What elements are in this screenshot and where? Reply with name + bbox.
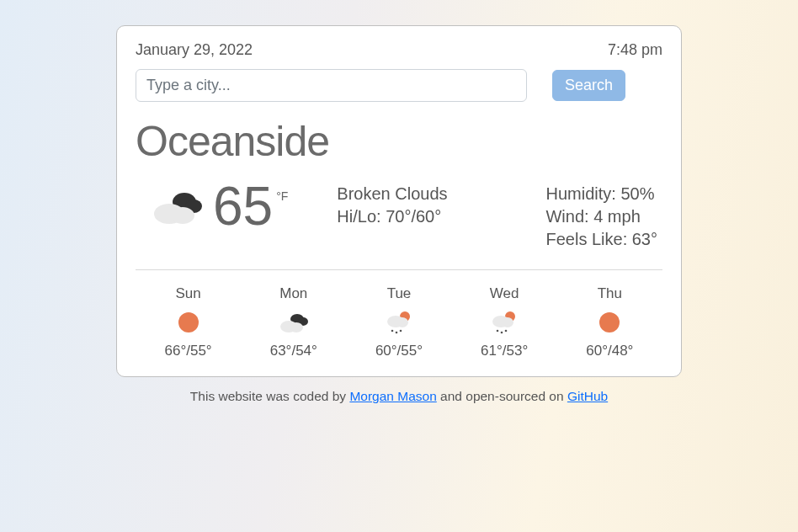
footer-mid: and open-sourced on (437, 389, 567, 403)
sun-rain-icon (383, 311, 415, 334)
forecast-day-label: Mon (279, 285, 307, 302)
temperature-unit: °F (276, 189, 288, 203)
svg-point-17 (502, 317, 513, 327)
github-link[interactable]: GitHub (567, 389, 608, 403)
svg-point-3 (171, 207, 194, 224)
forecast-day-label: Sun (175, 285, 200, 302)
broken-clouds-icon (151, 185, 206, 227)
svg-point-8 (290, 322, 303, 332)
sun-icon (173, 311, 205, 334)
forecast-hilo: 63°/54° (270, 343, 317, 359)
current-time: 7:48 pm (608, 41, 662, 59)
header-row: January 29, 2022 7:48 pm (136, 41, 662, 59)
svg-point-14 (400, 330, 402, 332)
svg-point-20 (505, 330, 508, 332)
forecast-row: Sun 66°/55° Mon 63°/54° Tue (136, 270, 662, 359)
weather-card: January 29, 2022 7:48 pm Search Oceansid… (116, 25, 682, 377)
forecast-day-label: Thu (598, 285, 622, 302)
svg-point-4 (178, 312, 199, 332)
search-row: Search (136, 69, 662, 102)
feels-like-text: Feels Like: 63° (545, 228, 657, 251)
stats-column: Humidity: 50% Wind: 4 mph Feels Like: 63… (545, 183, 657, 251)
condition-text: Broken Clouds (337, 183, 447, 205)
current-conditions: 65 °F Broken Clouds Hi/Lo: 70°/60° Humid… (136, 179, 662, 270)
forecast-hilo: 61°/53° (481, 343, 528, 359)
forecast-day: Wed 61°/53° (481, 285, 528, 359)
footer-prefix: This website was coded by (190, 389, 350, 403)
svg-point-21 (599, 312, 620, 332)
humidity-text: Humidity: 50% (545, 183, 657, 205)
hilo-text: Hi/Lo: 70°/60° (337, 205, 447, 228)
svg-point-12 (391, 330, 394, 332)
condition-column: Broken Clouds Hi/Lo: 70°/60° (337, 183, 447, 228)
forecast-hilo: 60°/55° (375, 343, 423, 359)
forecast-day-label: Tue (387, 285, 412, 302)
forecast-day: Mon 63°/54° (270, 285, 317, 359)
svg-point-11 (396, 317, 408, 327)
forecast-day-label: Wed (490, 285, 519, 302)
forecast-hilo: 66°/55° (165, 343, 212, 359)
wind-text: Wind: 4 mph (545, 205, 657, 228)
current-date: January 29, 2022 (136, 41, 253, 59)
footer: This website was coded by Morgan Mason a… (0, 389, 798, 404)
current-temperature: 65 (213, 179, 273, 233)
sun-icon (593, 311, 625, 334)
author-link[interactable]: Morgan Mason (349, 389, 436, 403)
forecast-day: Tue 60°/55° (375, 285, 423, 359)
forecast-day: Sun 66°/55° (165, 285, 212, 359)
search-button[interactable]: Search (552, 70, 625, 101)
svg-point-19 (501, 332, 503, 334)
svg-point-13 (396, 332, 398, 334)
broken-clouds-icon (278, 311, 310, 334)
forecast-hilo: 60°/48° (586, 343, 633, 359)
svg-point-18 (497, 330, 499, 332)
city-search-input[interactable] (136, 69, 527, 102)
current-temp-block: 65 °F (136, 179, 288, 233)
sun-rain-icon (488, 311, 520, 334)
forecast-day: Thu 60°/48° (586, 285, 633, 359)
city-name: Oceanside (136, 117, 662, 166)
